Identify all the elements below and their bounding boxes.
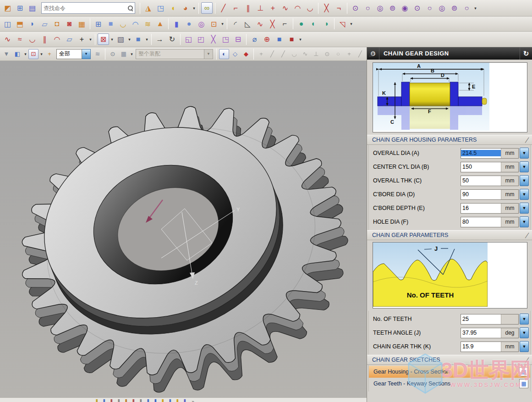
collapse-arrow-icon[interactable]: ╱: [525, 138, 529, 143]
type-filter-combo[interactable]: 全部 ▼: [56, 49, 91, 59]
high-quality-image-icon[interactable]: ■: [286, 33, 297, 45]
through-curves-icon[interactable]: ≋: [142, 18, 154, 30]
clipped-toolbar-icon[interactable]: ▌: [101, 398, 109, 402]
edit-sketch-icon[interactable]: ▦: [519, 367, 528, 376]
clipped-toolbar-icon[interactable]: ▌: [160, 398, 167, 402]
clipped-toolbar-icon[interactable]: ▌: [109, 398, 116, 402]
clipped-toolbar-icon[interactable]: ▌: [182, 398, 189, 402]
tube-bend-icon[interactable]: ◕: [180, 2, 191, 14]
circle-three-point-icon[interactable]: ○: [362, 2, 373, 14]
subtract-icon[interactable]: ◐: [308, 18, 319, 30]
dropdown-arrow-icon[interactable]: ▾: [220, 18, 225, 30]
cbore-dia-spinner-icon[interactable]: ▼: [520, 189, 529, 200]
selection-filter-icon[interactable]: ▼: [1, 49, 11, 59]
snap-intersection-icon[interactable]: ◡: [289, 49, 299, 59]
snap-midpoint-icon[interactable]: ╱: [267, 49, 277, 59]
perpendicular-icon[interactable]: ⊥: [255, 2, 266, 14]
center-cyl-dia-input[interactable]: 150: [461, 164, 501, 170]
section-curve-icon[interactable]: ◡: [27, 33, 38, 45]
clipped-toolbar-icon[interactable]: ▌: [145, 398, 153, 402]
snapshot-icon[interactable]: ◩: [2, 2, 13, 14]
dropdown-arrow-icon[interactable]: ▾: [144, 33, 149, 45]
dropdown-arrow-icon[interactable]: ▾: [23, 48, 28, 60]
pattern-feature-icon[interactable]: ⊠: [98, 33, 109, 45]
sketch-item-gear-teeth[interactable]: Gear Teeth - Keyway Sections ▦: [369, 378, 530, 390]
hole-dia-spinner-icon[interactable]: ▼: [520, 216, 529, 227]
datum-plane-outline[interactable]: [161, 209, 212, 260]
dropdown-arrow-icon[interactable]: ▾: [39, 48, 44, 60]
chain-gear-thk-spinner-icon[interactable]: ▼: [520, 341, 529, 352]
cage-icon[interactable]: ▦: [76, 18, 88, 30]
swept-icon[interactable]: ◠: [130, 18, 141, 30]
clipped-toolbar-icon[interactable]: ▌: [116, 398, 123, 402]
face-analysis-icon[interactable]: ◆: [241, 49, 251, 59]
chamfer-icon[interactable]: ◺: [242, 18, 253, 30]
emboss-icon[interactable]: ◙: [64, 18, 75, 30]
point-icon[interactable]: +: [76, 33, 88, 45]
move-face-icon[interactable]: ◰: [195, 33, 207, 45]
circle-point-icon[interactable]: ◉: [399, 2, 411, 14]
clipped-toolbar-icon[interactable]: ▌: [123, 398, 131, 402]
point-coordinates-icon[interactable]: ⊕: [261, 33, 273, 45]
cbore-dia-input[interactable]: 90: [461, 191, 501, 198]
cbore-depth-spinner-icon[interactable]: ▼: [520, 203, 529, 214]
snap-quadrant-icon[interactable]: ○: [333, 49, 343, 59]
dropdown-arrow-icon[interactable]: ▾: [88, 33, 93, 45]
snap-settings-icon[interactable]: ⊡: [28, 49, 38, 59]
dropdown-arrow-icon[interactable]: ▾: [298, 33, 303, 45]
reset-arrow-icon[interactable]: ↻: [520, 47, 532, 60]
type-filter-value[interactable]: 全部: [56, 49, 82, 59]
snap-perpendicular-icon[interactable]: ⊥: [311, 49, 321, 59]
dropdown-arrow-icon[interactable]: ▾: [127, 33, 132, 45]
shaded-cube-icon[interactable]: ■: [274, 33, 285, 45]
trim-body-icon[interactable]: ╳: [267, 18, 278, 30]
collapse-arrow-icon[interactable]: ╱: [525, 233, 529, 238]
snap-endpoint-icon[interactable]: +: [256, 49, 266, 59]
command-finder-box[interactable]: [41, 2, 135, 14]
intersect-icon[interactable]: ◑: [320, 18, 332, 30]
clipped-toolbar-icon[interactable]: ▌: [94, 398, 101, 402]
extrude-icon[interactable]: ⬒: [14, 18, 26, 30]
num-teeth-input[interactable]: 25: [461, 316, 501, 322]
block-icon[interactable]: ⊞: [93, 18, 104, 30]
parallel-lines-icon[interactable]: ∥: [242, 2, 254, 14]
studio-spline-icon[interactable]: ∿: [280, 2, 291, 14]
datum-plane-icon[interactable]: ▱: [64, 33, 75, 45]
cube-icon[interactable]: ■: [105, 18, 116, 30]
sheet-body-icon[interactable]: ▱: [39, 18, 50, 30]
resize-face-icon[interactable]: ◳: [220, 33, 231, 45]
chain-link-icon[interactable]: ∞: [201, 2, 213, 14]
boss-icon[interactable]: ◘: [51, 18, 63, 30]
section-gear-parameters[interactable]: CHAIN GEAR PARAMETERS ╱: [367, 230, 532, 240]
center-cyl-dia-spinner-icon[interactable]: ▼: [520, 161, 529, 172]
make-corner-icon[interactable]: ¬: [333, 2, 345, 14]
dropdown-arrow-icon[interactable]: ▾: [349, 18, 354, 30]
synchronous-modeling-icon[interactable]: ◱: [183, 33, 194, 45]
overall-dia-spinner-icon[interactable]: ▼: [520, 148, 529, 159]
quick-trim-icon[interactable]: ╳: [321, 2, 332, 14]
rotate-object-icon[interactable]: ↻: [166, 33, 178, 45]
draft-analysis-icon[interactable]: ◮: [143, 2, 154, 14]
revolve-icon[interactable]: ◗: [27, 18, 38, 30]
move-object-icon[interactable]: →: [154, 33, 165, 45]
fillet-sketch-icon[interactable]: ◡: [304, 2, 316, 14]
sketch-item-gear-housing[interactable]: Gear Housing - Cross Section ▦: [369, 366, 530, 378]
overflow-chevron-icon[interactable]: »: [189, 398, 197, 402]
cylinder-icon[interactable]: ▮: [171, 18, 182, 30]
offset-curve-icon[interactable]: ∥: [39, 33, 50, 45]
point-dialog-icon[interactable]: +: [44, 49, 55, 59]
pattern-icon[interactable]: ⊡: [208, 18, 219, 30]
chain-gear-thk-input[interactable]: 15.9: [461, 343, 501, 350]
sheet-flatten-icon[interactable]: ◳: [155, 2, 166, 14]
circle-arc-icon[interactable]: ○: [424, 2, 435, 14]
x-axis-arrow-line[interactable]: [148, 200, 163, 219]
hole-dia-input[interactable]: 80: [461, 219, 501, 225]
dropdown-arrow-icon[interactable]: ▾: [192, 2, 197, 14]
circle-more-icon[interactable]: ○: [461, 2, 472, 14]
dropdown-arrow-icon[interactable]: ▾: [129, 48, 134, 60]
circle-concentric-icon[interactable]: ◎: [374, 2, 386, 14]
snap-existing-point-icon[interactable]: +: [344, 49, 354, 59]
sketch-point-icon[interactable]: +: [267, 2, 279, 14]
delete-face-icon[interactable]: ╳: [208, 33, 219, 45]
two-sheet-icon[interactable]: ◫: [2, 18, 13, 30]
